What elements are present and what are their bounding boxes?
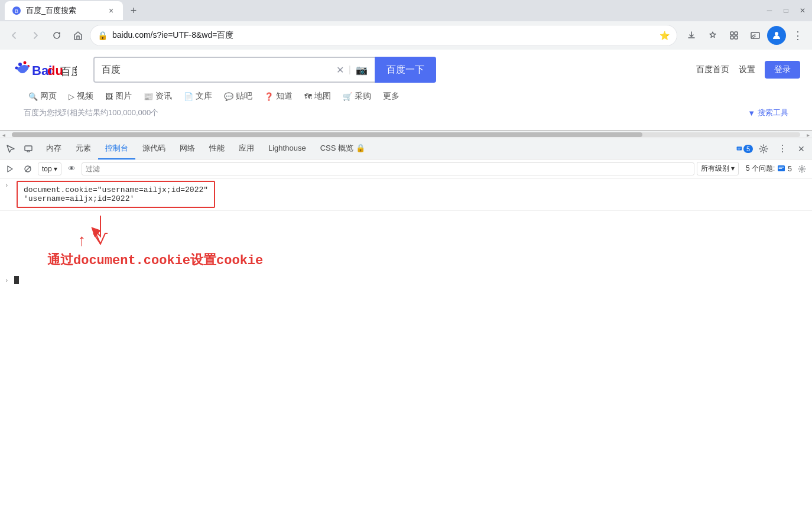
baidu-home-link[interactable]: 百度首页 — [696, 64, 729, 75]
tab-video[interactable]: ▷视频 — [64, 87, 98, 105]
search-clear-icon[interactable]: ✕ — [336, 64, 344, 76]
filter-input[interactable] — [86, 165, 690, 173]
search-button[interactable]: 百度一下 — [375, 57, 436, 83]
active-tab[interactable]: B 百度_百度搜索 × — [5, 1, 123, 20]
console-result-text: 'username=ailjx;id=2022' — [24, 194, 208, 203]
image-icon: 🖼 — [105, 92, 113, 101]
home-button[interactable] — [69, 26, 87, 45]
device-toggle-icon[interactable] — [20, 141, 37, 157]
reload-button[interactable] — [47, 26, 66, 45]
annotation-text: 通过document.cookie设置cookie — [47, 251, 263, 269]
cast-icon[interactable] — [746, 26, 765, 45]
filter-icon: ▼ — [748, 109, 755, 118]
svg-rect-15 — [25, 146, 32, 151]
svg-rect-4 — [730, 36, 733, 39]
devtools-tab-bar: 内存 元素 控制台 源代码 网络 性能 应用 Lighthouse CSS 概览… — [0, 138, 812, 159]
annotation-container: ↑ 通过document.cookie设置cookie — [47, 233, 812, 269]
svg-point-8 — [18, 63, 22, 66]
devtools-tab-lighthouse[interactable]: Lighthouse — [261, 138, 313, 159]
map-icon: 🗺 — [304, 92, 312, 101]
tab-news[interactable]: 📰资讯 — [139, 87, 177, 105]
tab-zhidao[interactable]: ❓知道 — [259, 87, 297, 105]
tab-close-button[interactable]: × — [106, 6, 116, 15]
level-selector[interactable]: 所有级别 ▾ — [697, 162, 739, 175]
settings-gear-icon[interactable] — [755, 141, 772, 157]
svg-rect-16 — [27, 151, 30, 152]
tab-more[interactable]: 更多 — [378, 87, 404, 105]
back-button[interactable] — [5, 26, 24, 45]
svg-text:百度: 百度 — [60, 66, 77, 77]
address-bar[interactable]: 🔒 baidu.com/s?ie=UTF-8&wd=百度 ⭐ — [90, 25, 677, 46]
tab-favicon: B — [12, 6, 21, 15]
inspect-icon[interactable] — [2, 141, 19, 157]
tieba-icon: 💬 — [224, 92, 233, 101]
console-settings-icon[interactable] — [794, 161, 810, 177]
tab-image[interactable]: 🖼图片 — [100, 87, 137, 105]
svg-point-7 — [775, 32, 778, 35]
search-input[interactable]: 百度 — [102, 64, 332, 76]
devtools-tab-network[interactable]: 网络 — [173, 138, 202, 159]
message-icon[interactable]: 5 — [736, 141, 753, 157]
issues-count: 5 个问题: 5 — [746, 164, 792, 174]
new-tab-button[interactable]: + — [125, 2, 142, 19]
profile-button[interactable] — [767, 26, 786, 45]
tab-webpage[interactable]: 🔍网页 — [24, 87, 61, 105]
svg-point-9 — [24, 61, 27, 64]
video-icon: ▷ — [69, 92, 74, 101]
minimize-button[interactable]: ─ — [765, 6, 774, 15]
tab-map[interactable]: 🗺地图 — [300, 87, 336, 105]
search-tool-button[interactable]: ▼ 搜索工具 — [748, 108, 788, 118]
console-input-arrow: › — [5, 182, 14, 189]
news-icon: 📰 — [144, 92, 153, 101]
settings-link[interactable]: 设置 — [739, 64, 755, 75]
search-result-count: 百度为您找到相关结果约100,000,000个 — [24, 108, 158, 118]
tab-library[interactable]: 📄文库 — [179, 87, 217, 105]
devtools-tab-performance[interactable]: 性能 — [202, 138, 232, 159]
menu-icon[interactable]: ⋮ — [788, 26, 807, 45]
console-toolbar: top ▾ 👁 所有级别 ▾ 5 个问题: 5 — [0, 159, 812, 178]
star-icon[interactable] — [703, 26, 722, 45]
forward-button[interactable] — [26, 26, 45, 45]
console-run-icon[interactable] — [2, 161, 18, 177]
svg-rect-2 — [730, 32, 733, 35]
context-selector[interactable]: top ▾ — [38, 162, 61, 175]
devtools-tab-css[interactable]: CSS 概览 🔒 — [313, 138, 372, 159]
search-camera-icon[interactable]: 📷 — [356, 64, 368, 76]
close-button[interactable]: ✕ — [798, 6, 807, 15]
baidu-logo[interactable]: Bai du 百度 — [12, 58, 77, 81]
login-button[interactable]: 登录 — [765, 61, 800, 79]
library-icon: 📄 — [184, 92, 193, 101]
tab-purchase[interactable]: 🛒采购 — [338, 87, 376, 105]
devtools-tab-elements[interactable]: 元素 — [69, 138, 98, 159]
devtools-tab-application[interactable]: 应用 — [232, 138, 261, 159]
annotation-arrow-icon — [89, 216, 112, 245]
scroll-left-icon[interactable]: ◂ — [2, 132, 5, 138]
svg-rect-6 — [751, 32, 759, 38]
download-icon[interactable] — [682, 26, 701, 45]
tab-tieba[interactable]: 💬贴吧 — [219, 87, 257, 105]
svg-point-18 — [762, 147, 765, 150]
search-box[interactable]: 百度 ✕ | 📷 — [93, 57, 375, 83]
more-options-icon[interactable]: ⋮ — [774, 141, 791, 157]
extensions-icon[interactable] — [725, 26, 743, 45]
address-text: baidu.com/s?ie=UTF-8&wd=百度 — [112, 30, 655, 41]
zhidao-icon: ❓ — [264, 92, 274, 101]
console-input-line[interactable]: › — [0, 273, 812, 286]
devtools-tab-memory[interactable]: 内存 — [39, 138, 69, 159]
devtools-tab-sources[interactable]: 源代码 — [135, 138, 173, 159]
search-icon: 🔍 — [28, 92, 38, 101]
devtools-tab-console[interactable]: 控制台 — [98, 138, 135, 159]
close-devtools-icon[interactable]: ✕ — [793, 141, 810, 157]
console-prompt-arrow: › — [5, 277, 14, 284]
maximize-button[interactable]: □ — [781, 6, 791, 15]
eye-icon[interactable]: 👁 — [64, 161, 79, 177]
svg-text:B: B — [15, 8, 18, 14]
svg-rect-17 — [737, 146, 742, 150]
bookmark-icon[interactable]: ⭐ — [660, 31, 670, 40]
scroll-right-icon[interactable]: ▸ — [807, 132, 810, 138]
filter-input-box[interactable] — [82, 162, 694, 175]
lock-icon: 🔒 — [98, 31, 108, 40]
purchase-icon: 🛒 — [343, 92, 352, 101]
horizontal-scrollbar[interactable]: ◂ ▸ — [0, 131, 812, 138]
console-block-icon[interactable] — [20, 161, 35, 177]
